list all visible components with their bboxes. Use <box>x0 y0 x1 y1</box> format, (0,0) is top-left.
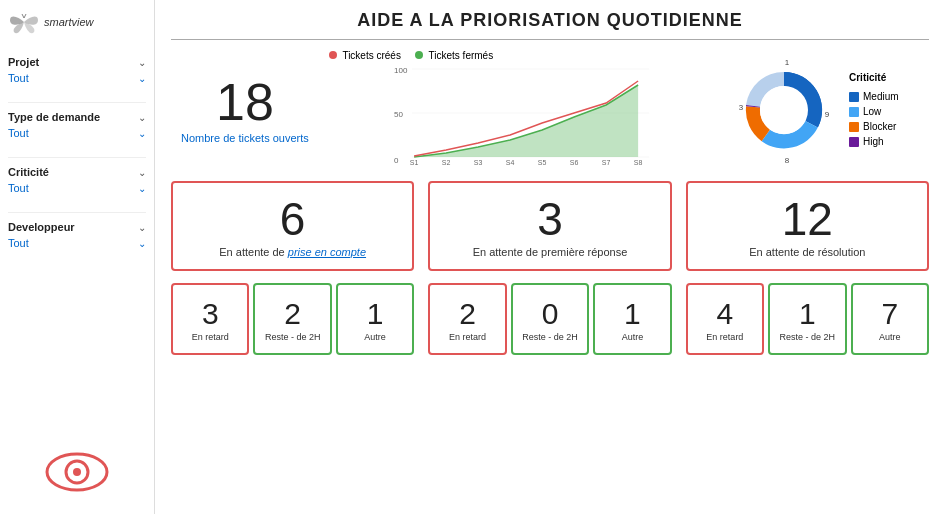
chevron-down-icon: ⌄ <box>138 167 146 178</box>
donut-title: Criticité <box>849 72 899 83</box>
filter-criticite-value-row[interactable]: Tout ⌄ <box>8 180 146 196</box>
mini-card-3-reste: 1 Reste - de 2H <box>768 283 846 355</box>
mini-label-autre-2: Autre <box>622 332 644 342</box>
eye-icon <box>45 450 109 494</box>
filter-type-label-row[interactable]: Type de demande ⌄ <box>8 109 146 125</box>
svg-text:50: 50 <box>394 110 403 119</box>
total-open-number: 18 <box>216 76 274 128</box>
donut-legend: Criticité Medium Low Blocker High <box>849 72 899 147</box>
legend-low: Low <box>849 106 899 117</box>
legend-dot-green <box>415 51 423 59</box>
mini-label-reste-2: Reste - de 2H <box>522 332 578 342</box>
filter-projet-label: Projet <box>8 56 39 68</box>
donut-label-bottom: 8 <box>785 156 790 165</box>
mini-card-2-reste: 0 Reste - de 2H <box>511 283 589 355</box>
mini-label-retard-3: En retard <box>706 332 743 342</box>
top-stats-row: 18 Nombre de tickets ouverts Tickets cré… <box>171 50 929 169</box>
filter-developpeur-label-row[interactable]: Developpeur ⌄ <box>8 219 146 235</box>
mini-cards-group-1: 3 En retard 2 Reste - de 2H 1 Autre <box>171 283 414 355</box>
mini-number-0-2: 0 <box>542 299 559 329</box>
total-open-card: 18 Nombre de tickets ouverts <box>171 68 319 152</box>
mini-card-2-autre: 1 Autre <box>593 283 671 355</box>
mini-label-autre-3: Autre <box>879 332 901 342</box>
stat-card-prise-en-compte: 6 En attente de prise en compte <box>171 181 414 271</box>
logo-area: smartview <box>8 10 146 40</box>
sidebar: smartview Projet ⌄ Tout ⌄ Type de demand… <box>0 0 155 514</box>
svg-text:100: 100 <box>394 66 408 75</box>
logo-text: smartview <box>44 16 94 28</box>
chevron-down-icon: ⌄ <box>138 238 146 249</box>
butterfly-icon <box>8 10 40 34</box>
svg-marker-19 <box>414 85 638 157</box>
eye-icon-area <box>8 430 146 504</box>
stat-number-12: 12 <box>782 196 833 242</box>
legend-label-blocker: Blocker <box>863 121 896 132</box>
chart-legend: Tickets créés Tickets fermés <box>329 50 719 61</box>
mini-label-reste-1: Reste - de 2H <box>265 332 321 342</box>
mini-cards-group-2: 2 En retard 0 Reste - de 2H 1 Autre <box>428 283 671 355</box>
donut-chart-area: 1 9 8 3 Criticité Medium Low Bl <box>729 55 929 165</box>
svg-text:S1: S1 <box>410 159 419 165</box>
legend-label-crees: Tickets créés <box>342 50 401 61</box>
donut-label-right: 9 <box>825 110 830 119</box>
filter-developpeur[interactable]: Developpeur ⌄ Tout ⌄ <box>8 219 146 251</box>
svg-text:S3: S3 <box>474 159 483 165</box>
line-chart-svg-container: 100 50 0 S1 S2 S3 S4 S5 S6 S7 S8 <box>329 65 719 169</box>
stat-label-resolution: En attente de résolution <box>749 246 865 258</box>
mini-number-2-2: 2 <box>459 299 476 329</box>
chevron-down-icon: ⌄ <box>138 222 146 233</box>
stat-card-resolution: 12 En attente de résolution <box>686 181 929 271</box>
mini-card-1-reste: 2 Reste - de 2H <box>253 283 331 355</box>
donut-svg-container: 1 9 8 3 <box>729 55 839 165</box>
svg-text:S2: S2 <box>442 159 451 165</box>
prise-en-compte-em: prise en compte <box>288 246 366 258</box>
divider <box>8 212 146 213</box>
mini-label-reste-3: Reste - de 2H <box>780 332 836 342</box>
mini-cards-group-3: 4 En retard 1 Reste - de 2H 7 Autre <box>686 283 929 355</box>
svg-point-20 <box>760 86 808 134</box>
filter-developpeur-value-row[interactable]: Tout ⌄ <box>8 235 146 251</box>
legend-tickets-crees: Tickets créés <box>329 50 401 61</box>
divider <box>8 102 146 103</box>
filter-type-value-row[interactable]: Tout ⌄ <box>8 125 146 141</box>
filter-criticite-label-row[interactable]: Criticité ⌄ <box>8 164 146 180</box>
mini-number-3-1: 3 <box>202 299 219 329</box>
legend-square-blocker <box>849 122 859 132</box>
filter-type-demande[interactable]: Type de demande ⌄ Tout ⌄ <box>8 109 146 141</box>
legend-square-medium <box>849 92 859 102</box>
mini-number-7-3: 7 <box>881 299 898 329</box>
svg-text:0: 0 <box>394 156 399 165</box>
svg-line-1 <box>24 14 26 18</box>
svg-text:S6: S6 <box>570 159 579 165</box>
filter-criticite[interactable]: Criticité ⌄ Tout ⌄ <box>8 164 146 196</box>
title-divider <box>171 39 929 40</box>
mini-card-1-autre: 1 Autre <box>336 283 414 355</box>
filter-projet[interactable]: Projet ⌄ Tout ⌄ <box>8 54 146 86</box>
legend-label-fermes: Tickets fermés <box>429 50 494 61</box>
mini-card-3-retard: 4 En retard <box>686 283 764 355</box>
filter-projet-label-row[interactable]: Projet ⌄ <box>8 54 146 70</box>
divider <box>8 157 146 158</box>
svg-text:S5: S5 <box>538 159 547 165</box>
filter-developpeur-label: Developpeur <box>8 221 75 233</box>
chevron-down-icon: ⌄ <box>138 57 146 68</box>
total-open-label: Nombre de tickets ouverts <box>181 132 309 144</box>
mini-number-2-1: 2 <box>284 299 301 329</box>
legend-label-high: High <box>863 136 884 147</box>
stat-number-6: 6 <box>280 196 306 242</box>
middle-stat-cards-row: 6 En attente de prise en compte 3 En att… <box>171 181 929 271</box>
filter-type-label: Type de demande <box>8 111 100 123</box>
legend-label-medium: Medium <box>863 91 899 102</box>
mini-number-1-1: 1 <box>367 299 384 329</box>
mini-label-retard-2: En retard <box>449 332 486 342</box>
chevron-down-icon: ⌄ <box>138 73 146 84</box>
mini-card-1-retard: 3 En retard <box>171 283 249 355</box>
legend-blocker: Blocker <box>849 121 899 132</box>
mini-number-1-2: 1 <box>624 299 641 329</box>
svg-line-0 <box>22 14 24 18</box>
stat-label-premiere-reponse: En attente de première réponse <box>473 246 628 258</box>
svg-point-4 <box>73 468 81 476</box>
stat-label-prise-en-compte: En attente de prise en compte <box>219 246 366 258</box>
filter-criticite-label: Criticité <box>8 166 49 178</box>
filter-projet-value-row[interactable]: Tout ⌄ <box>8 70 146 86</box>
